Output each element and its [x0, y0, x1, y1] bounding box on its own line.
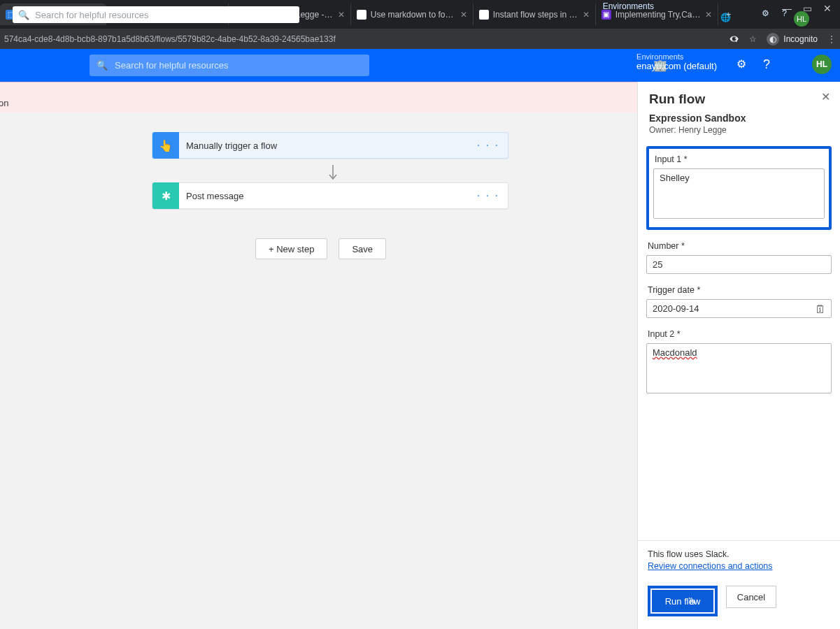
save-button[interactable]: Save: [339, 238, 386, 259]
run-flow-button[interactable]: Run flow 🖱: [652, 590, 713, 612]
environment-value: enayu.com (default): [636, 62, 717, 71]
tab-close-icon[interactable]: ✕: [705, 10, 712, 20]
trigger-date-label: Trigger date *: [648, 285, 830, 295]
tracking-off-icon[interactable]: 👁‍🗨: [729, 34, 739, 44]
app-search-box[interactable]: 🔍: [90, 55, 369, 76]
panel-header: Run flow ✕: [638, 82, 840, 113]
incognito-chip: ◐ Incognito: [767, 33, 818, 45]
favicon-icon: ⊞: [357, 10, 366, 20]
input2-field: Input 2 * Macdonald: [638, 322, 840, 398]
input1-field: Input 1 * Shelley: [638, 142, 840, 234]
tab-title: Implementing Try,Catch a: [615, 10, 701, 20]
card-menu-icon[interactable]: · · ·: [477, 139, 499, 152]
tab-title: Use markdown to format P: [371, 10, 456, 20]
browser-tab[interactable]: ⊞Instant flow steps in busin✕: [474, 3, 596, 25]
panel-title: Run flow: [649, 92, 829, 107]
review-connections-link[interactable]: Review connections and actions: [648, 561, 773, 571]
ghost-search-placeholder: Search for helpful resources: [35, 10, 149, 20]
number-input[interactable]: [646, 255, 832, 274]
favicon-icon: ▣: [601, 10, 611, 20]
input1-label: Input 1 *: [655, 154, 823, 164]
trigger-date-field: Trigger date * 🗓: [638, 278, 840, 322]
browser-menu-icon[interactable]: ⋮: [827, 34, 836, 44]
input1-textarea[interactable]: Shelley: [653, 168, 825, 219]
flow-uses-text: This flow uses Slack.: [648, 549, 830, 559]
notification-text: on: [0, 98, 8, 108]
flow-actions: + New step Save: [255, 238, 386, 259]
incognito-label: Incognito: [783, 34, 818, 44]
new-tab-button[interactable]: +: [718, 3, 739, 25]
card-menu-icon[interactable]: · · ·: [477, 189, 499, 202]
browser-tab[interactable]: ▣Implementing Try,Catch a✕: [596, 3, 718, 25]
environment-selector[interactable]: Environments enayu.com (default): [636, 52, 717, 71]
input2-label: Input 2 *: [648, 329, 830, 339]
input2-textarea[interactable]: Macdonald: [646, 343, 832, 393]
tab-close-icon[interactable]: ✕: [460, 10, 467, 20]
input1-highlight: Input 1 * Shelley: [646, 146, 832, 230]
action-card-label: Post message: [186, 191, 243, 201]
run-flow-button-label: Run flow: [665, 596, 701, 607]
trigger-card-label: Manually trigger a flow: [186, 140, 277, 151]
window-maximize-icon[interactable]: ▭: [803, 3, 812, 14]
window-minimize-icon[interactable]: —: [782, 3, 792, 14]
trigger-date-input[interactable]: [646, 299, 832, 318]
run-flow-highlight: Run flow 🖱: [648, 586, 718, 616]
search-icon: 🔍: [97, 60, 108, 71]
window-close-icon[interactable]: ✕: [823, 3, 832, 14]
gear-icon[interactable]: ⚙: [762, 8, 769, 18]
bookmark-star-icon[interactable]: ☆: [749, 34, 757, 44]
favicon-icon: ⊞: [479, 10, 489, 20]
number-field: Number *: [638, 234, 840, 278]
touch-icon: 👆: [152, 132, 179, 159]
address-bar: 574ca4-cde8-4d8b-bcb8-897b1a5d8b63/flows…: [0, 29, 840, 49]
environment-label: Environments: [636, 52, 717, 62]
tab-title: Instant flow steps in busin: [493, 10, 578, 20]
flow-name: Expression Sandbox: [649, 113, 829, 124]
tab-close-icon[interactable]: ✕: [338, 10, 345, 20]
window-controls: — ▭ ✕: [775, 0, 839, 17]
footer-buttons: Run flow 🖱 Cancel: [648, 586, 830, 616]
flow-owner: Owner: Henry Legge: [649, 125, 829, 135]
slack-icon: ✱: [152, 182, 179, 209]
address-bar-text[interactable]: 574ca4-cde8-4d8b-bcb8-897b1a5d8b63/flows…: [4, 34, 729, 44]
action-card[interactable]: ✱ Post message · · ·: [152, 182, 508, 209]
header-avatar[interactable]: HL: [812, 55, 832, 74]
gear-icon[interactable]: ⚙: [736, 57, 746, 71]
ghost-search-overlay: 🔍 Search for helpful resources: [13, 6, 299, 23]
search-input[interactable]: [115, 60, 362, 71]
panel-footer: This flow uses Slack. Review connections…: [638, 540, 840, 629]
run-flow-panel: Run flow ✕ Expression Sandbox Owner: Hen…: [637, 82, 840, 629]
number-label: Number *: [648, 241, 830, 251]
panel-subheader: Expression Sandbox Owner: Henry Legge: [638, 113, 840, 142]
flow-canvas[interactable]: 👆 Manually trigger a flow · · · ✱ Post m…: [0, 113, 637, 629]
close-icon[interactable]: ✕: [821, 90, 830, 103]
arrow-down-icon: [327, 164, 339, 182]
app-header: 🔍 🏢 Environments enayu.com (default) ⚙ ?…: [0, 49, 840, 82]
incognito-icon: ◐: [767, 33, 779, 45]
panel-body: Input 1 * Shelley Number * Trigger date …: [638, 142, 840, 540]
calendar-icon[interactable]: 🗓: [815, 303, 826, 316]
browser-tab[interactable]: ⊞Use markdown to format P✕: [351, 3, 474, 25]
tab-close-icon[interactable]: ✕: [583, 10, 590, 20]
search-icon: 🔍: [18, 10, 29, 20]
help-icon[interactable]: ?: [763, 57, 770, 72]
new-step-button[interactable]: + New step: [255, 238, 327, 259]
trigger-card[interactable]: 👆 Manually trigger a flow · · ·: [152, 132, 508, 159]
cancel-button[interactable]: Cancel: [726, 586, 776, 608]
